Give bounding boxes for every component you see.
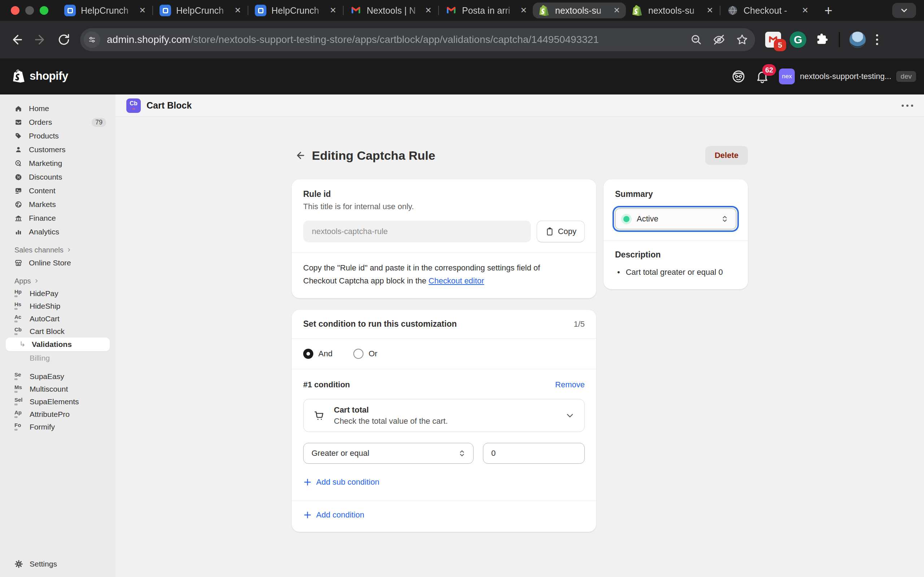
multiscount-app-icon: Ms∞ [15, 384, 25, 394]
gmail-extension-icon[interactable]: 5 [765, 32, 781, 48]
tab-helpcrunch-2[interactable]: HelpCrunch ✕ [154, 3, 247, 18]
home-icon [15, 105, 23, 113]
notifications-button[interactable]: 62 [755, 69, 769, 84]
autocart-app-icon: Ac∞ [15, 314, 25, 324]
tab-close-icon[interactable]: ✕ [138, 6, 147, 15]
tab-checkout[interactable]: Checkout - ✕ [721, 3, 814, 18]
sidebar-item-customers[interactable]: Customers [6, 143, 110, 156]
helpcrunch-icon [64, 5, 76, 16]
tab-gmail-posta[interactable]: Posta in arri ✕ [439, 3, 533, 18]
tab-close-icon[interactable]: ✕ [612, 6, 622, 15]
sidebar-app-formify[interactable]: Fo∞ Formify [6, 421, 110, 433]
remove-condition-link[interactable]: Remove [555, 380, 585, 390]
admin-sidebar: Home Orders 79 Products Customers Market… [0, 95, 115, 577]
status-select[interactable]: Active [615, 208, 736, 229]
zoom-out-icon[interactable] [690, 34, 703, 46]
tab-separator [438, 6, 439, 15]
sidebar-item-marketing[interactable]: Marketing [6, 156, 110, 170]
fullscreen-window-button[interactable] [40, 6, 48, 15]
chevron-down-icon [900, 6, 909, 15]
bookmark-star-icon[interactable] [736, 33, 749, 46]
sidebar-item-online-store[interactable]: Online Store [6, 256, 110, 270]
sidebar-item-orders[interactable]: Orders 79 [6, 115, 110, 129]
tab-shopify-active[interactable]: nextools-su ✕ [533, 3, 626, 18]
tab-search-chevron-button[interactable] [892, 3, 916, 18]
close-window-button[interactable] [11, 6, 19, 15]
address-bar[interactable]: admin.shopify.com/store/nextools-support… [80, 28, 755, 51]
sidebar-app-hideship[interactable]: Hs∞ HideShip [6, 300, 110, 312]
condition-type-title: Cart total [334, 405, 556, 415]
rule-id-card: Rule id This title is for internal use o… [292, 179, 596, 298]
sidebar-app-multiscount[interactable]: Ms∞ Multiscount [6, 383, 110, 395]
tab-helpcrunch-1[interactable]: HelpCrunch ✕ [58, 3, 152, 18]
back-icon[interactable] [10, 32, 24, 47]
forward-icon[interactable] [33, 32, 48, 47]
eye-off-icon[interactable] [712, 33, 725, 46]
operator-select[interactable]: Greater or equal [303, 443, 473, 464]
site-settings-icon[interactable] [84, 31, 100, 48]
sidebar-item-home[interactable]: Home [6, 102, 110, 115]
tab-close-icon[interactable]: ✕ [705, 6, 715, 15]
delete-button[interactable]: Delete [705, 146, 748, 165]
clipboard-icon [545, 227, 554, 236]
tab-separator [343, 6, 344, 15]
tab-helpcrunch-3[interactable]: HelpCrunch ✕ [249, 3, 342, 18]
sales-channels-header[interactable]: Sales channels [6, 244, 110, 256]
sidebar-item-settings[interactable]: Settings [6, 556, 110, 572]
sidebar-item-content[interactable]: Content [6, 184, 110, 198]
add-condition-link[interactable]: Add condition [303, 510, 585, 520]
reload-icon[interactable] [57, 33, 71, 47]
copy-button[interactable]: Copy [537, 221, 585, 242]
tab-close-icon[interactable]: ✕ [328, 6, 338, 15]
sidebar-app-cart-block[interactable]: Cb∞ Cart Block [6, 325, 110, 338]
apps-header[interactable]: Apps [6, 275, 110, 287]
condition-type-select[interactable]: Cart total Check the total value of the … [303, 399, 585, 432]
sidebar-app-autocart[interactable]: Ac∞ AutoCart [6, 312, 110, 325]
summary-title: Summary [615, 189, 736, 199]
sidebar-subitem-billing[interactable]: Billing [6, 351, 110, 365]
tab-close-icon[interactable]: ✕ [424, 6, 433, 15]
sidebar-item-discounts[interactable]: Discounts [6, 170, 110, 184]
browser-profile-avatar[interactable] [849, 31, 866, 48]
back-arrow-button[interactable] [292, 148, 307, 163]
url-text[interactable]: admin.shopify.com/store/nextools-support… [107, 34, 684, 45]
sidebar-subitem-validations[interactable]: Validations [6, 338, 110, 351]
rule-id-subtitle: This title is for internal use only. [303, 202, 585, 211]
tab-separator [152, 6, 153, 15]
elbow-arrow-icon [19, 340, 27, 348]
shopify-logo[interactable]: shopify [12, 69, 68, 84]
grammarly-extension-icon[interactable]: G [790, 31, 806, 48]
sidekick-face-icon[interactable] [731, 69, 746, 84]
minimize-window-button[interactable] [25, 6, 34, 15]
new-tab-button[interactable]: + [821, 3, 836, 18]
radio-selected-icon [303, 349, 313, 359]
add-sub-condition-link[interactable]: Add sub condition [303, 477, 585, 487]
tab-shopify-2[interactable]: nextools-su ✕ [626, 3, 719, 18]
store-menu[interactable]: nex nextools-support-testing... dev [779, 69, 916, 84]
sidebar-app-supaeasy[interactable]: Se∞ SupaEasy [6, 370, 110, 383]
or-radio[interactable]: Or [353, 349, 377, 359]
sidebar-item-finance[interactable]: Finance [6, 211, 110, 225]
tab-close-icon[interactable]: ✕ [519, 6, 528, 15]
app-overflow-menu-icon[interactable] [901, 105, 913, 107]
sidebar-app-hidepay[interactable]: Hp∞ HidePay [6, 287, 110, 300]
tab-gmail-nextools[interactable]: Nextools | N ✕ [344, 3, 438, 18]
cart-block-app-icon: Cb∞ [126, 98, 141, 113]
checkout-editor-link[interactable]: Checkout editor [428, 276, 484, 285]
browser-menu-icon[interactable] [876, 34, 878, 45]
sidebar-item-products[interactable]: Products [6, 129, 110, 143]
value-input[interactable]: 0 [483, 443, 585, 464]
and-radio[interactable]: And [303, 349, 333, 359]
logic-operator-group: And Or [292, 338, 596, 369]
sidebar-app-attributepro[interactable]: Ap∞ AttributePro [6, 408, 110, 421]
sidebar-app-supaelements[interactable]: Sel∞ SupaElements [6, 395, 110, 408]
tab-close-icon[interactable]: ✕ [801, 6, 810, 15]
sidebar-item-markets[interactable]: Markets [6, 198, 110, 211]
app-title-bar: Cb∞ Cart Block [115, 95, 924, 117]
extensions-puzzle-icon[interactable] [815, 32, 829, 47]
rule-id-title: Rule id [303, 189, 585, 199]
tab-close-icon[interactable]: ✕ [233, 6, 242, 15]
sidebar-item-analytics[interactable]: Analytics [6, 225, 110, 239]
rule-id-field[interactable]: nextools-captcha-rule [303, 221, 531, 242]
store-name: nextools-support-testing... [800, 72, 891, 81]
